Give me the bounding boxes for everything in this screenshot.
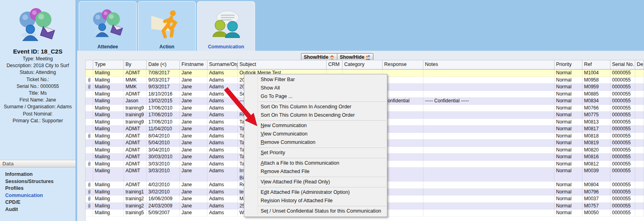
cell-priority: Normal (554, 161, 582, 168)
column-header-category[interactable]: Category (343, 60, 383, 69)
tab-label: Attendee (98, 44, 118, 50)
cell-surname: Adams (207, 77, 238, 84)
cell-response (383, 111, 423, 119)
menu-item-new-communication[interactable]: New Communication (244, 121, 387, 130)
cell-type: Mailing (93, 105, 124, 112)
cell-firstname: Jane (180, 181, 207, 189)
menu-item-set-unset-confidential-status-for-this-communication[interactable]: Set / Unset Confidential Status for this… (244, 207, 387, 215)
paperclip-icon (88, 77, 91, 83)
menu-item-remove-communication[interactable]: Remove Communication (244, 138, 387, 147)
cell-surname: Adams (207, 70, 238, 77)
event-detail-line: Primary Cat.: Supporter (0, 117, 76, 124)
cell-notes (423, 84, 554, 91)
column-header-serial-no-[interactable]: Serial No. (610, 60, 635, 69)
column-header-type[interactable]: Type (93, 60, 124, 69)
column-header-crm[interactable]: CRM (327, 60, 343, 69)
cell-firstname: Jane (180, 111, 207, 119)
menu-item-edit-attached-file-administrator-option[interactable]: Edit Attached File (Administrator Option… (244, 188, 387, 197)
column-header-notes[interactable]: Notes (423, 60, 554, 69)
cell-firstname: Jane (180, 147, 207, 154)
cell-notes (423, 70, 554, 77)
menu-item-revision-history-of-attached-file[interactable]: Revision History of Attached File (244, 197, 387, 205)
menu-item-show-all[interactable]: Show All (244, 84, 387, 92)
tab-label: Action (160, 44, 174, 50)
cell-firstname: Jane (180, 84, 207, 91)
cell-ref: M0816 (582, 153, 610, 161)
cell-by: ADMiT (124, 181, 147, 189)
cell-surname: Adams (207, 161, 238, 168)
menu-item-set-priority[interactable]: Set Priority (244, 149, 387, 157)
menu-item-remove-attached-file[interactable]: Remove Attached File (244, 167, 387, 176)
sidebar-item-profiles[interactable]: Profiles (5, 185, 54, 192)
cell-date: 24/03/2009 (147, 203, 180, 210)
cell-de (635, 203, 644, 210)
menu-separator (258, 120, 386, 121)
event-id-title: Event ID: 18_C2S (0, 48, 76, 55)
show-hide-home-label: Show/Hide (304, 54, 328, 60)
sidebar-item-sessions-structures[interactable]: Sessions/Structures (5, 178, 54, 185)
column-header-priority[interactable]: Priority (554, 60, 582, 69)
cell-priority: Normal (554, 153, 582, 161)
cell-attachment (86, 119, 93, 126)
menu-item-go-to-page[interactable]: Go To Page ... (244, 92, 387, 101)
menu-item-show-filter-bar[interactable]: Show Filter Bar (244, 76, 387, 84)
cell-firstname: Jane (180, 167, 207, 181)
cell-by: MMK (124, 77, 147, 84)
cell-response (383, 147, 423, 154)
cell-serial: 0000055 (610, 189, 635, 196)
column-header-de[interactable]: De (635, 60, 644, 69)
cell-notes (423, 195, 554, 203)
cell-type: Mailing (93, 70, 124, 77)
cell-priority: Normal (554, 70, 582, 77)
cell-date: 11/04/2010 (147, 125, 180, 133)
cell-firstname: Jane (180, 77, 207, 84)
cell-type: Mailing (93, 119, 124, 126)
column-header-surname-org[interactable]: Surname/Org (207, 60, 238, 69)
event-sidebar: Event ID: 18_C2S Type: MeetingDescriptio… (0, 0, 76, 221)
column-header-date-[interactable]: Date (<) (147, 60, 180, 69)
cell-by: training9 (124, 119, 147, 126)
tab-communication[interactable]: Communication (197, 1, 255, 51)
cell-de (635, 91, 644, 98)
sidebar-item-cpd-e[interactable]: CPD/E (5, 199, 54, 206)
column-header-ref[interactable]: Ref (582, 60, 610, 69)
menu-item-sort-on-this-column-in-descending-order[interactable]: Sort On This Column In Descending Order (244, 111, 387, 119)
column-header-attachment[interactable] (86, 60, 93, 69)
cell-type: Mailing (93, 209, 124, 217)
cell-serial: 0000055 (610, 91, 635, 98)
cell-notes (423, 119, 554, 126)
cell-de (635, 111, 644, 119)
tab-action[interactable]: Action (138, 1, 196, 51)
cell-attachment (86, 181, 93, 189)
cell-notes (423, 147, 554, 154)
cell-ref: M0834 (582, 98, 610, 105)
cell-date: 3/04/2010 (147, 147, 180, 154)
menu-item-view-communication[interactable]: View Communication (244, 130, 387, 138)
cell-firstname: Jane (180, 161, 207, 168)
cell-serial: 0000055 (610, 153, 635, 161)
menu-item-sort-on-this-column-in-ascending-order[interactable]: Sort On This Column In Ascending Order (244, 103, 387, 111)
cell-attachment (86, 133, 93, 140)
cell-de (635, 181, 644, 189)
cell-surname: Adams (207, 91, 238, 98)
menu-item-view-attached-file-read-only[interactable]: View Attached File (Read Only) (244, 178, 387, 186)
cell-type: Mailing (93, 111, 124, 119)
sidebar-item-communication[interactable]: Communication (5, 192, 54, 199)
column-header-subject[interactable]: Subject (238, 60, 327, 69)
cell-notes (423, 209, 554, 217)
column-header-by[interactable]: By (124, 60, 147, 69)
menu-separator (258, 187, 386, 187)
cell-by: ADMiT (124, 133, 147, 140)
column-header-response[interactable]: Response (383, 60, 423, 69)
menu-item-attach-a-file-to-this-communication[interactable]: Attach a File to this Communication (244, 159, 387, 167)
cell-attachment (86, 125, 93, 133)
cell-surname: Adams (207, 111, 238, 119)
event-detail-line: Serial No.: 0000055 (0, 83, 76, 90)
column-header-firstname[interactable]: Firstname (180, 60, 207, 69)
sidebar-item-information[interactable]: Information (5, 171, 54, 178)
tab-attendee[interactable]: Attendee (79, 1, 137, 51)
cell-notes (423, 105, 554, 112)
cell-date: 5/09/2007 (147, 209, 180, 217)
sidebar-item-audit[interactable]: Audit (5, 206, 54, 213)
cell-by: ADMiT (124, 91, 147, 98)
